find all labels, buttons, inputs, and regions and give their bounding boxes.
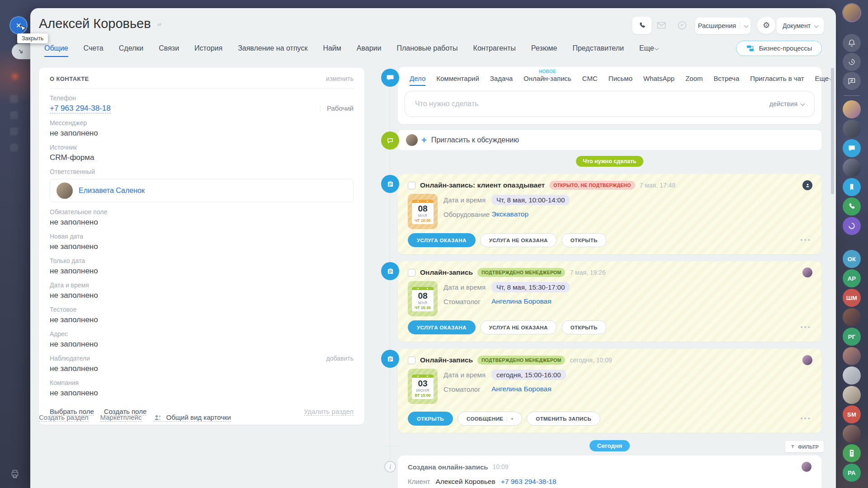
timeline-tab[interactable]: Задача	[490, 75, 513, 86]
invite-discussion-bar[interactable]: + Пригласить к обсуждению	[398, 130, 821, 150]
main-tab[interactable]: Найм	[323, 44, 341, 57]
actions-dropdown[interactable]: действия	[769, 100, 804, 108]
rail-avatar[interactable]	[843, 178, 861, 196]
timeline-tab[interactable]: НОВОЕ Онлайн-запись	[524, 75, 571, 86]
rail-avatar[interactable]	[843, 386, 861, 404]
main-tab[interactable]: Заявление на отпуск	[238, 44, 307, 57]
timeline-tab[interactable]: Встреча	[714, 75, 740, 86]
more-menu-button[interactable]: •••	[800, 323, 811, 331]
open-button[interactable]: ОТКРЫТЬ	[561, 233, 607, 247]
timeline-tab[interactable]: WhatsApp	[643, 75, 675, 86]
open-lines-button[interactable]	[843, 72, 861, 90]
call-button[interactable]	[632, 16, 652, 34]
settings-button[interactable]: ⚙	[757, 16, 776, 34]
marketplace-link[interactable]: Маркетплейс	[100, 413, 142, 422]
rail-avatar[interactable]	[843, 347, 861, 365]
info-log-icon: i	[384, 461, 396, 473]
rail-avatar[interactable]	[843, 197, 861, 216]
main-tab[interactable]: Сделки	[119, 44, 144, 57]
responsible-name-link[interactable]: Елизавета Саленок	[79, 187, 145, 195]
timeline-tab[interactable]: Пригласить в чат	[750, 75, 804, 86]
open-button[interactable]: ОТКРЫТЬ	[561, 320, 607, 334]
card-view-link[interactable]: Общий вид карточки	[153, 413, 231, 422]
rail-avatar[interactable]	[843, 120, 861, 138]
invite-label: Пригласить к обсуждению	[431, 136, 519, 144]
timeline-tab[interactable]: Письмо	[609, 75, 632, 86]
chat-icon[interactable]	[677, 20, 688, 31]
rail-avatar[interactable]	[843, 308, 861, 326]
notifications-button[interactable]	[843, 34, 861, 52]
service-done-button[interactable]: УСЛУГА ОКАЗАНА	[408, 320, 476, 334]
main-tab[interactable]: Представители	[572, 44, 624, 57]
main-tab[interactable]: Резюме	[531, 44, 557, 57]
card-title[interactable]: Онлайн-запись	[420, 356, 473, 364]
rail-avatar[interactable]	[843, 444, 861, 462]
timeline-tab[interactable]: СМС	[582, 75, 598, 86]
main-tab[interactable]: История	[194, 44, 222, 57]
main-tab[interactable]: Аварии	[357, 44, 382, 57]
cancel-booking-button[interactable]: ОТМЕНИТЬ ЗАПИСЬ	[527, 412, 600, 426]
edit-link[interactable]: изменить	[326, 75, 354, 82]
more-menu-button[interactable]: •••	[800, 414, 811, 422]
service-not-done-button[interactable]: УСЛУГА НЕ ОКАЗАНА	[480, 233, 557, 247]
contact-slider-panel: Алексей Коровьев Расширения ⚙ Документ О…	[30, 8, 836, 488]
main-tab[interactable]: Счета	[84, 44, 104, 57]
scrollbar-thumb[interactable]	[831, 68, 834, 194]
rail-avatar[interactable]	[843, 159, 861, 177]
activity-composer: Дело Комментарий Задача НОВОЕ Онл	[398, 67, 821, 124]
rail-avatar[interactable]	[843, 366, 861, 385]
rail-avatar[interactable]	[843, 217, 861, 235]
filter-button[interactable]: ФИЛЬТР	[785, 441, 824, 452]
specialist-link[interactable]: Ангелина Боровая	[491, 385, 552, 393]
card-title[interactable]: Онлайн-запись	[420, 268, 473, 277]
client-phone-link[interactable]: +7 963 294-38-18	[501, 478, 557, 486]
timeline-tab[interactable]: Комментарий	[436, 75, 479, 86]
todo-input[interactable]	[415, 100, 765, 108]
document-button[interactable]: Документ	[776, 17, 824, 34]
service-done-button[interactable]: УСЛУГА ОКАЗАНА	[408, 233, 476, 247]
responsible-card[interactable]: Елизавета Саленок	[50, 179, 354, 202]
rail-avatar[interactable]	[843, 425, 861, 443]
rail-avatar[interactable]	[843, 139, 861, 157]
delete-section-link[interactable]: Удалить раздел	[304, 408, 354, 416]
main-tab[interactable]: Контрагенты	[473, 44, 516, 57]
card-title[interactable]: Онлайн-запись: клиент опаздывает	[420, 181, 545, 189]
main-tab[interactable]: Связи	[159, 44, 179, 57]
message-split-button[interactable]: СООБЩЕНИЕ ▾	[458, 412, 522, 426]
extensions-button[interactable]: Расширения	[695, 17, 751, 34]
main-tab[interactable]: Еще	[639, 44, 658, 57]
card-checkbox[interactable]	[408, 182, 415, 189]
timeline-tab[interactable]: Еще	[815, 75, 833, 86]
specialist-link[interactable]: Ангелина Боровая	[491, 297, 552, 305]
rail-avatar[interactable]: ОК	[843, 250, 861, 268]
rail-avatar[interactable]: SM	[843, 405, 861, 423]
rail-avatar[interactable]: ШМ	[843, 289, 861, 307]
main-tab[interactable]: Общие	[44, 44, 68, 57]
open-button[interactable]: ОТКРЫТЬ	[408, 412, 453, 426]
timeline-tab[interactable]: Zoom	[685, 75, 703, 86]
field-action-link[interactable]: добавить	[326, 355, 354, 362]
copy-link-icon[interactable]	[156, 21, 163, 28]
online-booking-icon	[381, 262, 399, 280]
main-tab[interactable]: Плановые работы	[396, 44, 458, 57]
resource-link[interactable]: Экскаватор	[491, 210, 528, 218]
rail-avatar[interactable]: РГ	[843, 328, 861, 346]
rail-avatar[interactable]: АР	[843, 269, 861, 287]
field-value[interactable]: CRM-форма	[50, 153, 94, 162]
service-not-done-button[interactable]: УСЛУГА НЕ ОКАЗАНА	[480, 320, 557, 334]
more-menu-button[interactable]: •••	[800, 236, 811, 244]
email-icon[interactable]	[656, 20, 667, 31]
rail-avatar[interactable]: РА	[843, 464, 861, 482]
create-section-link[interactable]: Создать раздел	[39, 413, 89, 422]
rail-avatar[interactable]	[843, 100, 861, 118]
current-user-avatar[interactable]	[843, 4, 860, 21]
card-checkbox[interactable]	[408, 357, 415, 364]
timeline-tab[interactable]: Дело	[410, 75, 425, 86]
field-value[interactable]: +7 963 294-38-18	[50, 104, 111, 113]
business-processes-button[interactable]: Бизнес-процессы	[736, 41, 822, 56]
history-button[interactable]	[843, 53, 861, 71]
card-checkbox[interactable]	[408, 269, 415, 277]
chat-sync-icon	[847, 76, 856, 85]
field-value[interactable]: не заполнено	[50, 129, 98, 138]
today-separator-pill[interactable]: Сегодня	[590, 440, 630, 451]
